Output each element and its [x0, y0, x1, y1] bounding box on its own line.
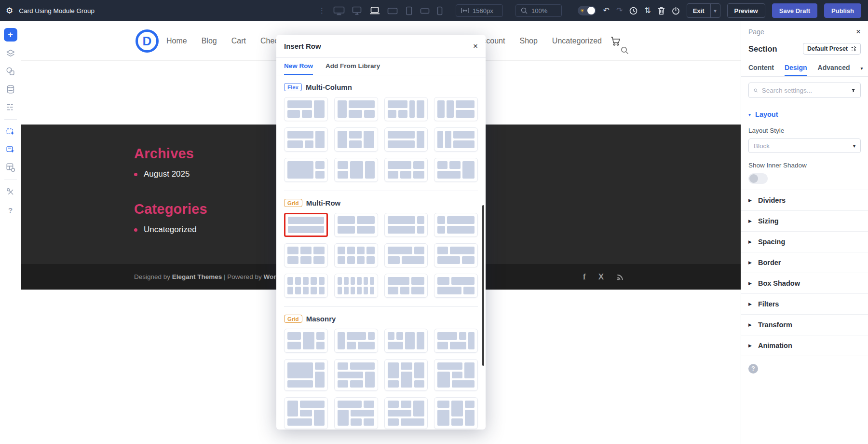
trash-icon[interactable]: [658, 7, 665, 15]
row-layout-option[interactable]: [334, 243, 378, 267]
row-layout-option[interactable]: [334, 397, 378, 429]
row-layout-option[interactable]: [434, 127, 478, 152]
filter-funnel-icon[interactable]: [851, 87, 855, 94]
help-icon[interactable]: ?: [5, 204, 16, 216]
accordion-filters[interactable]: ▶Filters: [741, 294, 868, 315]
footer-brand-link[interactable]: Elegant Themes: [172, 273, 222, 280]
row-layout-option[interactable]: [334, 127, 378, 152]
canvas-width-input[interactable]: [473, 7, 498, 14]
row-layout-option[interactable]: [334, 158, 378, 182]
desktop-icon[interactable]: [352, 6, 362, 15]
breadcrumb[interactable]: Page: [748, 28, 764, 36]
facebook-icon[interactable]: f: [583, 272, 586, 282]
layers-icon[interactable]: [5, 48, 16, 59]
phone-portrait-icon[interactable]: [436, 6, 443, 15]
accordion-box-shadow[interactable]: ▶Box Shadow: [741, 273, 868, 294]
panel-tab-design[interactable]: Design: [785, 60, 807, 76]
field-rows-icon[interactable]: [5, 101, 16, 113]
sort-layers-icon[interactable]: ⇅: [644, 7, 651, 14]
exit-caret-icon[interactable]: ▾: [711, 4, 720, 17]
row-layout-option[interactable]: [434, 97, 478, 121]
row-layout-option[interactable]: [284, 329, 328, 353]
tablet-landscape-icon[interactable]: [387, 7, 398, 15]
row-layout-option[interactable]: [284, 127, 328, 152]
publish-button[interactable]: Publish: [824, 3, 861, 18]
inner-shadow-toggle[interactable]: [748, 173, 768, 184]
desktop-wide-icon[interactable]: [333, 6, 345, 15]
settings-search-input[interactable]: [762, 87, 847, 94]
row-layout-option[interactable]: [284, 213, 328, 237]
row-layout-option[interactable]: [334, 274, 378, 298]
row-layout-option[interactable]: [334, 213, 378, 237]
phone-landscape-icon[interactable]: [420, 7, 430, 14]
accordion-sizing[interactable]: ▶Sizing: [741, 211, 868, 232]
row-layout-option[interactable]: [384, 397, 428, 429]
add-button[interactable]: +: [4, 28, 17, 42]
rss-icon[interactable]: [616, 273, 624, 281]
nav-item-cart[interactable]: Cart: [231, 37, 246, 45]
row-layout-option[interactable]: [434, 243, 478, 267]
theme-toggle[interactable]: ☀: [578, 6, 596, 15]
redo-icon[interactable]: ↷: [616, 7, 623, 14]
accordion-transform[interactable]: ▶Transform: [741, 315, 868, 335]
row-layout-option[interactable]: [284, 397, 328, 429]
row-layout-option[interactable]: [434, 213, 478, 237]
row-layout-option[interactable]: [384, 243, 428, 267]
undo-icon[interactable]: ↶: [603, 7, 609, 14]
default-preset-button[interactable]: Default Preset: [803, 43, 861, 55]
row-layout-option[interactable]: [284, 243, 328, 267]
nav-item-home[interactable]: Home: [166, 37, 187, 45]
responsive-caret-icon[interactable]: ▾: [861, 66, 863, 71]
row-layout-option[interactable]: [284, 359, 328, 391]
row-layout-option[interactable]: [434, 359, 478, 391]
row-layout-option[interactable]: [284, 274, 328, 298]
history-icon[interactable]: [629, 7, 637, 15]
row-layout-option[interactable]: [384, 329, 428, 353]
exit-button-label[interactable]: Exit: [687, 4, 711, 17]
modal-scrollbar[interactable]: [482, 205, 484, 366]
cart-icon[interactable]: [610, 36, 621, 46]
row-layout-option[interactable]: [334, 97, 378, 121]
accordion-border[interactable]: ▶Border: [741, 252, 868, 273]
canvas-width-field[interactable]: [456, 4, 503, 17]
canvas-zoom-field[interactable]: [515, 4, 562, 17]
site-logo[interactable]: D: [136, 29, 159, 53]
tablet-portrait-icon[interactable]: [405, 6, 413, 15]
modal-tab-new-row[interactable]: New Row: [284, 58, 313, 75]
search-icon[interactable]: [621, 46, 629, 55]
nav-item-blog[interactable]: Blog: [202, 37, 217, 45]
tools-icon[interactable]: [5, 186, 16, 198]
insert-module-group-icon[interactable]: [5, 144, 16, 155]
canvas-zoom-input[interactable]: [531, 7, 556, 14]
panel-close-icon[interactable]: ×: [856, 28, 861, 36]
layout-style-select[interactable]: Block ▾: [748, 139, 861, 153]
layout-group-header[interactable]: ▾ Layout: [748, 111, 861, 118]
row-layout-option[interactable]: [434, 274, 478, 298]
insert-module-icon[interactable]: [5, 126, 16, 138]
row-layout-option[interactable]: [284, 97, 328, 121]
panel-help-icon[interactable]: ?: [748, 364, 758, 374]
row-layout-option[interactable]: [434, 329, 478, 353]
shapes-icon[interactable]: [5, 66, 16, 77]
row-layout-option[interactable]: [384, 127, 428, 152]
nav-item-uncategorized[interactable]: Uncategorized: [552, 37, 602, 45]
row-layout-option[interactable]: [384, 359, 428, 391]
row-layout-option[interactable]: [434, 158, 478, 182]
row-layout-option[interactable]: [334, 359, 378, 391]
nav-item-shop[interactable]: Shop: [519, 37, 537, 45]
panel-tab-content[interactable]: Content: [748, 60, 774, 76]
preview-button[interactable]: Preview: [727, 3, 765, 18]
laptop-icon[interactable]: [369, 6, 380, 15]
close-icon[interactable]: ×: [473, 42, 478, 50]
accordion-animation[interactable]: ▶Animation: [741, 335, 868, 356]
module-builder-icon[interactable]: [5, 162, 16, 173]
page-settings-gear-icon[interactable]: ⚙: [6, 7, 13, 15]
portability-icon[interactable]: [672, 7, 680, 15]
accordion-dividers[interactable]: ▶Dividers: [741, 190, 868, 211]
row-layout-option[interactable]: [384, 274, 428, 298]
save-draft-button[interactable]: Save Draft: [772, 3, 817, 18]
modal-tab-add-from-library[interactable]: Add From Library: [326, 58, 380, 75]
row-layout-option[interactable]: [434, 397, 478, 429]
x-twitter-icon[interactable]: X: [598, 272, 604, 282]
database-icon[interactable]: [5, 83, 16, 95]
